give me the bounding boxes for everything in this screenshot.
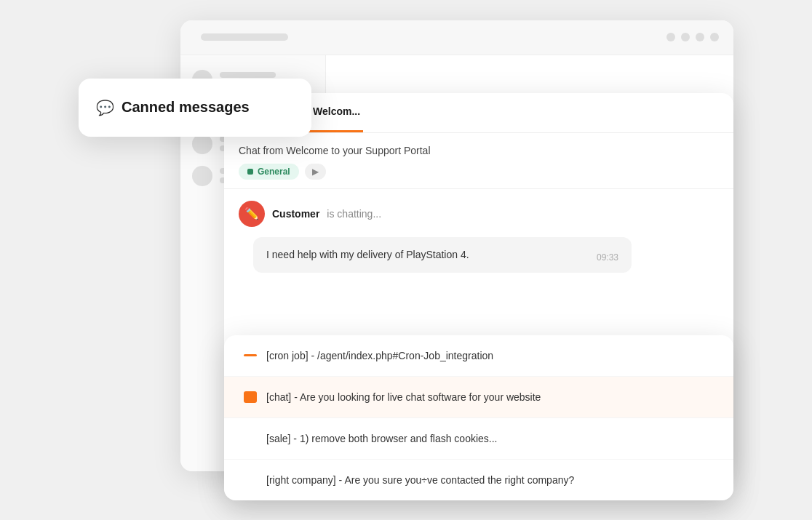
chat-title: Chat from Welcome to your Support Portal: [239, 145, 719, 156]
browser-header: [180, 20, 733, 55]
line-icon: [244, 354, 257, 356]
chat-info-section: Chat from Welcome to your Support Portal…: [224, 133, 733, 189]
customer-avatar: ✏️: [239, 201, 265, 227]
canned-text-3: [sale] - 1) remove both browser and flas…: [266, 433, 716, 444]
customer-header: ✏️ Customer is chatting...: [239, 201, 719, 227]
canned-icon-line: [242, 347, 259, 364]
canned-icon-chat: [242, 388, 259, 406]
customer-status: is chatting...: [327, 208, 381, 220]
browser-dot-4: [710, 33, 719, 41]
browser-dot-3: [696, 33, 704, 41]
customer-name: Customer: [272, 208, 319, 220]
canned-row-2[interactable]: [chat] - Are you looking for live chat s…: [224, 377, 733, 418]
canned-text-1: [cron job] - /agent/index.php#Cron-Job_i…: [266, 350, 716, 361]
chat-tags: General ▶: [239, 164, 719, 180]
canned-row-1[interactable]: [cron job] - /agent/index.php#Cron-Job_i…: [224, 335, 733, 377]
browser-controls: [666, 33, 719, 41]
chat-icon: [244, 391, 257, 403]
browser-dot-2: [681, 33, 690, 41]
browser-dot-1: [666, 33, 675, 41]
canned-messages-icon: 💬: [96, 99, 114, 116]
canned-text-2: [chat] - Are you looking for live chat s…: [266, 391, 716, 403]
sidebar-avatar-4: [192, 166, 212, 186]
message-time: 09:33: [597, 252, 618, 263]
canned-row-4[interactable]: [right company] - Are you sure you÷ve co…: [224, 460, 733, 500]
canned-dropdown: [cron job] - /agent/index.php#Cron-Job_i…: [224, 335, 733, 500]
canned-row-3[interactable]: [sale] - 1) remove both browser and flas…: [224, 418, 733, 460]
sidebar-avatar-3: [192, 134, 212, 154]
canned-icon-3: [242, 430, 259, 447]
tag-dot: [247, 169, 253, 175]
message-text: I need help with my delivery of PlayStat…: [266, 247, 469, 263]
canned-icon-4: [242, 471, 259, 489]
tag-general[interactable]: General: [239, 164, 299, 180]
canned-messages-header: 💬 Canned messages: [96, 99, 294, 116]
message-bubble: I need help with my delivery of PlayStat…: [253, 237, 632, 273]
canned-text-4: [right company] - Are you sure you÷ve co…: [266, 474, 716, 486]
browser-address-bar: [201, 33, 288, 41]
canned-messages-card: 💬 Canned messages: [79, 79, 311, 137]
sidebar-line: [220, 72, 276, 78]
canned-messages-title: Canned messages: [122, 99, 250, 116]
tag-general-label: General: [258, 167, 290, 177]
tag-secondary[interactable]: ▶: [305, 164, 326, 180]
